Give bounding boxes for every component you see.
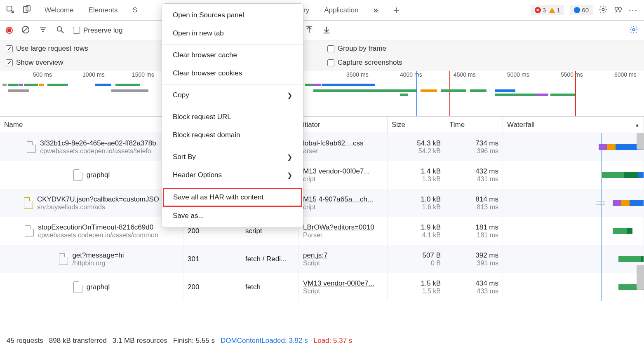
error-warning-badge[interactable]: ✕3 1 xyxy=(531,5,564,15)
size: 507 B xyxy=(423,251,441,260)
request-domain: cpwebassets.codepen.io/assets/telefo xyxy=(40,148,156,155)
tab-elements[interactable]: Elements xyxy=(81,0,125,20)
initiator-link[interactable]: M13 vendor-00f0e7... xyxy=(303,167,383,176)
size-sub: 54.2 kB xyxy=(418,148,441,155)
capture-screenshots-checkbox[interactable]: Capture screenshots xyxy=(327,59,402,67)
timeline-overview[interactable]: 500 ms 1000 ms 1500 ms 3500 ms 4000 ms 4… xyxy=(0,71,644,117)
ctx-clear-cache[interactable]: Clear browser cache xyxy=(162,46,303,64)
size: 1.4 kB xyxy=(421,167,441,176)
sort-indicator-icon: ▲ xyxy=(635,122,639,127)
filter-icon[interactable] xyxy=(38,25,47,35)
tab-application[interactable]: Application xyxy=(317,0,366,20)
table-row[interactable]: graphql200fetchVM13 vendor-00f0e7...Scri… xyxy=(0,273,644,301)
group-by-frame-checkbox[interactable]: Group by frame xyxy=(327,45,402,53)
size-sub: 1.3 kB xyxy=(422,176,441,183)
more-icon[interactable]: ⋯ xyxy=(628,5,638,16)
size: 1.5 kB xyxy=(421,279,441,288)
request-name: graphql xyxy=(87,171,110,179)
request-type: fetch xyxy=(245,283,294,291)
waterfall-cell xyxy=(503,217,644,245)
ctx-block-url[interactable]: Block request URL xyxy=(162,108,303,126)
request-name: get?message=hi xyxy=(72,251,124,260)
ctx-block-domain[interactable]: Block request domain xyxy=(162,126,303,144)
status-code: 301 xyxy=(188,255,237,263)
sb-requests: 45 requests xyxy=(7,337,43,345)
initiator-link[interactable]: LBrOWa?editors=0010 xyxy=(303,223,383,232)
download-icon[interactable] xyxy=(322,25,331,35)
file-icon xyxy=(24,197,33,209)
add-tab-icon[interactable]: + xyxy=(386,0,407,20)
table-row[interactable]: get?message=hi/httpbin.org301fetch / Red… xyxy=(0,245,644,273)
devtools-tabbar: Welcome Elements S Memory Application » … xyxy=(0,0,644,21)
size: 1.9 kB xyxy=(421,223,441,232)
initiator-link[interactable]: lobal-fc9ab62....css xyxy=(303,139,383,148)
col-waterfall[interactable]: Waterfall▲ xyxy=(503,117,644,133)
messages-badge[interactable]: 60 xyxy=(570,5,593,15)
waterfall-cell xyxy=(503,189,644,217)
waterfall-cell xyxy=(503,133,644,161)
initiator-link[interactable]: M15 4-907a65a....ch... xyxy=(303,195,383,204)
col-initiator[interactable]: itiator xyxy=(299,117,388,133)
col-name[interactable]: Name xyxy=(0,117,183,133)
initiator-type: cript xyxy=(303,176,383,183)
table-row[interactable]: stopExecutionOnTimeout-8216c69d0cpwebass… xyxy=(0,217,644,245)
settings-icon[interactable] xyxy=(599,5,608,15)
ctx-header-options[interactable]: Header Options❯ xyxy=(162,166,303,184)
request-domain: srv.buysellads.com/ads xyxy=(37,204,159,211)
large-rows-checkbox[interactable]: Use large request rows xyxy=(6,45,88,53)
size-sub: 0 B xyxy=(431,260,441,267)
tab-sources-partial[interactable]: S xyxy=(125,0,144,20)
request-domain: cpwebassets.codepen.io/assets/common xyxy=(38,232,158,239)
warning-icon xyxy=(549,7,555,13)
col-time[interactable]: Time xyxy=(445,117,503,133)
message-icon xyxy=(574,7,580,13)
ctx-save-as[interactable]: Save as... xyxy=(162,207,303,225)
table-row[interactable]: graphqlM13 vendor-00f0e7...cript1.4 kB1.… xyxy=(0,161,644,189)
status-code: 200 xyxy=(188,283,237,291)
warning-count: 1 xyxy=(557,7,560,14)
feedback-icon[interactable] xyxy=(613,5,623,15)
tabs-overflow-icon[interactable]: » xyxy=(366,0,385,20)
inspect-element-icon[interactable] xyxy=(6,5,15,15)
ctx-sort-by[interactable]: Sort By❯ xyxy=(162,148,303,166)
file-icon xyxy=(27,141,36,153)
file-icon xyxy=(73,169,82,181)
initiator-type: Script xyxy=(303,260,383,267)
tab-welcome[interactable]: Welcome xyxy=(37,0,81,20)
ctx-open-sources[interactable]: Open in Sources panel xyxy=(162,6,303,24)
svg-point-4 xyxy=(615,7,618,10)
upload-icon[interactable] xyxy=(305,25,314,35)
chevron-right-icon: ❯ xyxy=(287,171,292,179)
time: 432 ms xyxy=(475,167,498,176)
show-overview-checkbox[interactable]: Show overview xyxy=(6,59,88,67)
initiator-type: Script xyxy=(303,288,383,295)
waterfall-cell xyxy=(503,273,644,301)
request-type: fetch / Redi... xyxy=(245,255,294,263)
ctx-open-new-tab[interactable]: Open in new tab xyxy=(162,24,303,42)
col-size[interactable]: Size xyxy=(388,117,445,133)
table-row[interactable]: 3f32b1c9-8e26-465e-ae02-ff82a378bcpwebas… xyxy=(0,133,644,161)
network-settings-icon[interactable] xyxy=(629,25,638,35)
scrollbar-thumb[interactable] xyxy=(637,265,644,290)
request-name: CKYDVK7U.json?callback=customJSO xyxy=(37,195,159,204)
ctx-copy-submenu[interactable]: Copy❯ xyxy=(162,86,303,104)
ctx-save-har[interactable]: Save all as HAR with content xyxy=(163,188,302,207)
time: 814 ms xyxy=(475,195,498,204)
ctx-clear-cookies[interactable]: Clear browser cookies xyxy=(162,64,303,82)
record-button[interactable] xyxy=(6,27,13,34)
preserve-log-checkbox[interactable]: Preserve log xyxy=(73,26,122,35)
initiator-link[interactable]: VM13 vendor-00f0e7... xyxy=(303,279,383,288)
time: 392 ms xyxy=(475,251,498,260)
scrollbar-thumb[interactable] xyxy=(637,133,644,150)
size-sub: 4.1 kB xyxy=(422,232,441,239)
time-sub: 181 ms xyxy=(477,232,498,239)
initiator-link[interactable]: pen.js:7 xyxy=(303,251,383,260)
request-name: stopExecutionOnTimeout-8216c69d0 xyxy=(38,223,158,232)
table-row[interactable]: CKYDVK7U.json?callback=customJSOsrv.buys… xyxy=(0,189,644,217)
svg-point-5 xyxy=(618,7,621,10)
clear-icon[interactable] xyxy=(21,25,30,35)
time: 734 ms xyxy=(475,139,498,148)
search-icon[interactable] xyxy=(56,25,65,35)
time-sub: 391 ms xyxy=(477,260,498,267)
device-toggle-icon[interactable] xyxy=(22,5,31,15)
